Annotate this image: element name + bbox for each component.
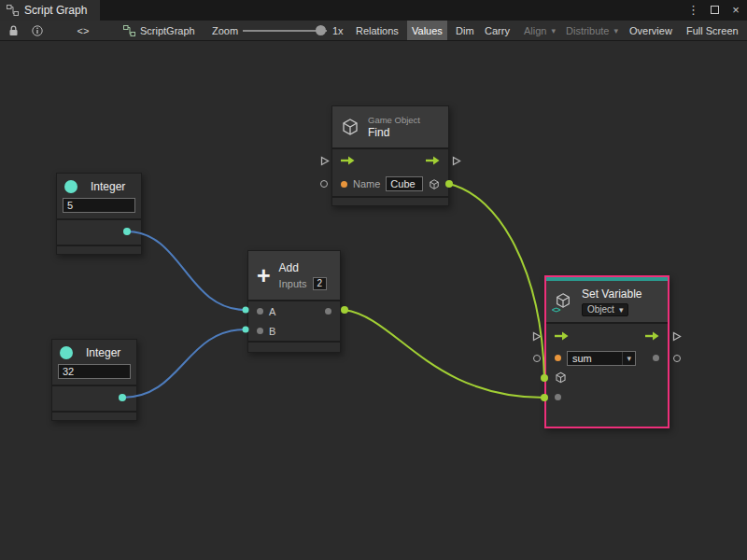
variable-name-row: sum ▾ — [546, 348, 668, 368]
carry-button[interactable]: Carry — [480, 21, 514, 40]
variable-scope-dropdown[interactable]: Object ▾ — [582, 303, 628, 316]
add-output-dot[interactable] — [341, 306, 348, 314]
zoom-slider-handle[interactable] — [316, 25, 326, 35]
object-input-row — [546, 368, 668, 387]
output-port-row[interactable] — [52, 386, 136, 411]
tab-script-graph[interactable]: Script Graph — [0, 0, 100, 21]
sum-output-port[interactable] — [325, 308, 331, 315]
integer-type-icon — [60, 346, 73, 359]
chevron-down-icon: ▾ — [619, 305, 624, 315]
maximize-icon[interactable] — [709, 0, 720, 21]
flow-out-arrow-icon[interactable] — [426, 156, 440, 165]
output-port-row[interactable] — [57, 220, 141, 245]
node-footer — [546, 407, 668, 427]
variable-name-dropdown[interactable]: sum ▾ — [567, 351, 636, 366]
graph-toolbar: <> ScriptGraph Zoom 1x Relations Values … — [0, 21, 747, 41]
distribute-button[interactable]: Distribute▾ — [561, 21, 623, 40]
graph-icon — [7, 5, 19, 16]
node-integer-5[interactable]: Integer 5 — [56, 173, 142, 255]
plus-icon: + — [257, 264, 271, 287]
node-set-variable[interactable]: <> Set Variable Object ▾ sum ▾ — [544, 275, 669, 428]
window-controls: ⋮ × — [687, 0, 741, 21]
node-title: Add — [279, 261, 328, 274]
name-input-port[interactable] — [341, 181, 347, 188]
port-b-label: B — [269, 326, 275, 337]
node-add[interactable]: + Add Inputs 2 A B — [247, 250, 341, 353]
dim-button[interactable]: Dim — [451, 21, 479, 40]
code-icon: <> — [78, 25, 90, 36]
scope-label: Object — [587, 304, 614, 315]
right-circle-port[interactable] — [673, 355, 681, 362]
overflow-menu-icon[interactable]: ⋮ — [687, 0, 698, 21]
integer-value-field[interactable]: 5 — [63, 198, 135, 213]
game-object-output-port[interactable] — [429, 178, 440, 190]
integer-value-field[interactable]: 32 — [58, 364, 131, 379]
info-icon — [32, 25, 43, 36]
script-graph-icon — [123, 25, 135, 36]
set-variable-icon: <> — [555, 292, 573, 311]
node-game-object-find[interactable]: Game Object Find Name Cube — [331, 105, 449, 206]
chevron-down-icon: ▾ — [613, 26, 618, 35]
variable-name: sum — [572, 353, 592, 364]
flow-in-arrow-icon[interactable] — [555, 331, 569, 341]
value-output-port[interactable] — [653, 355, 659, 361]
node-category: Game Object — [368, 115, 420, 125]
graph-name-label: ScriptGraph — [140, 25, 195, 36]
relations-button[interactable]: Relations — [351, 21, 403, 40]
align-button[interactable]: Align▾ — [519, 21, 560, 40]
full-screen-button[interactable]: Full Screen — [682, 21, 743, 40]
connection-add-to-setvariable-value[interactable] — [345, 310, 544, 398]
variable-name-input-port[interactable] — [555, 355, 561, 361]
integer-type-icon — [64, 180, 78, 193]
edit-code-button[interactable]: <> — [71, 21, 95, 40]
flow-out-arrow-icon[interactable] — [645, 331, 659, 341]
value-input-row — [546, 387, 668, 407]
connection-integer5-to-add-a[interactable] — [127, 231, 246, 310]
input-port-b[interactable] — [257, 328, 263, 334]
node-title: Set Variable — [582, 287, 641, 301]
close-icon[interactable]: × — [730, 0, 741, 21]
node-footer — [57, 246, 141, 254]
port-row-a: A — [248, 301, 340, 321]
node-integer-32[interactable]: Integer 32 — [51, 339, 137, 421]
graph-name: ScriptGraph — [123, 21, 195, 40]
flow-out-triangle-port[interactable] — [452, 156, 461, 166]
cube-icon — [341, 118, 359, 136]
maximize-box — [711, 6, 719, 14]
input-port-a[interactable] — [257, 308, 263, 315]
node-title: Find — [368, 126, 420, 139]
name-circle-port[interactable] — [320, 180, 328, 188]
inputs-count-field[interactable]: 2 — [313, 277, 328, 290]
flow-in-triangle-port[interactable] — [320, 156, 330, 166]
script-graph-window: Script Graph ⋮ × <> — [0, 0, 747, 560]
values-button[interactable]: Values — [407, 21, 447, 40]
title-bar: Script Graph ⋮ × — [0, 0, 747, 21]
flow-port-row — [546, 324, 668, 348]
flow-out-triangle-port[interactable] — [672, 331, 682, 342]
node-footer — [52, 413, 136, 420]
zoom-label: Zoom — [212, 21, 238, 40]
name-label: Name — [353, 178, 380, 189]
flow-in-arrow-icon[interactable] — [341, 156, 355, 165]
name-value-field[interactable]: Cube — [386, 176, 423, 191]
value-input-port[interactable] — [555, 394, 561, 400]
node-title: Integer — [86, 346, 120, 359]
connection-integer32-to-add-b[interactable] — [122, 329, 246, 398]
connection-find-to-setvariable-object[interactable] — [449, 184, 544, 378]
inputs-label: Inputs — [279, 278, 307, 289]
zoom-slider-track[interactable] — [243, 30, 327, 32]
flow-in-triangle-port[interactable] — [532, 331, 542, 342]
object-input-port[interactable] — [555, 371, 567, 384]
distribute-label: Distribute — [566, 25, 609, 36]
name-port-row: Name Cube — [332, 172, 448, 196]
overview-button[interactable]: Overview — [625, 21, 677, 40]
port-a-label: A — [269, 306, 275, 317]
lock-button[interactable] — [4, 21, 22, 40]
lock-icon — [8, 25, 19, 36]
info-button[interactable] — [28, 21, 47, 40]
zoom-value: 1x — [332, 21, 344, 40]
left-circle-port[interactable] — [533, 355, 541, 362]
variable-code-glyph: <> — [552, 305, 560, 315]
port-row-b: B — [248, 321, 340, 341]
chevron-down-icon: ▾ — [551, 26, 556, 35]
